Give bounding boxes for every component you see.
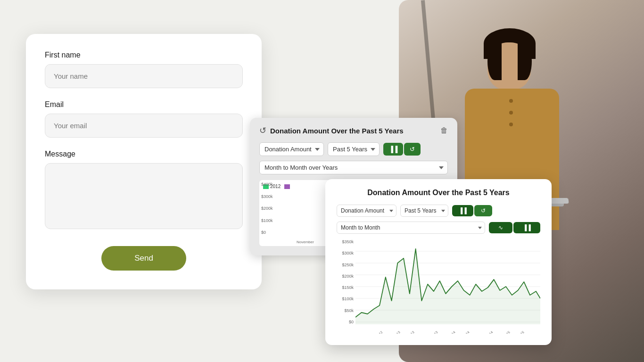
x-label-1: November 2012 bbox=[364, 330, 383, 334]
x-label-2: March 2013 bbox=[386, 330, 401, 334]
x-label-6: July 2014 bbox=[457, 330, 470, 334]
bar-mini-button[interactable]: ▐▐ bbox=[513, 222, 540, 233]
first-name-input[interactable] bbox=[45, 64, 243, 88]
email-input[interactable] bbox=[45, 114, 243, 138]
chart-refresh-icon[interactable]: ↺ bbox=[259, 125, 266, 136]
past-5-years-select-back[interactable]: Past 5 Years bbox=[328, 142, 380, 156]
past-5-years-select-front[interactable]: Past 5 Years bbox=[400, 205, 448, 217]
message-input[interactable] bbox=[45, 163, 243, 229]
refresh-icon-back: ↺ bbox=[410, 146, 415, 153]
send-button[interactable]: Send bbox=[101, 246, 186, 271]
line-chart-button[interactable]: ∿ bbox=[489, 222, 512, 233]
contact-form-card: First name Email Message Send bbox=[26, 34, 262, 289]
x-axis-labels-container: November 2012 March 2013 July 2013 Novem… bbox=[355, 324, 540, 334]
email-label: Email bbox=[45, 100, 243, 109]
chart-type-buttons: ∿ ▐▐ bbox=[489, 222, 540, 233]
first-name-field-group: First name bbox=[45, 51, 243, 99]
refresh-chart-button-front[interactable]: ↺ bbox=[474, 205, 492, 216]
chart-card-front: Donation Amount Over the Past 5 Years Do… bbox=[325, 179, 552, 345]
chart-back-controls-row1: Donation Amount Past 5 Years ▐▐ ↺ bbox=[259, 142, 448, 156]
y-axis-labels: $350k $300k $250k $200k $150k $100k $50k… bbox=[337, 239, 355, 324]
x-label-5: March 2014 bbox=[441, 330, 455, 334]
x-label-3: July 2013 bbox=[403, 330, 415, 334]
month-to-month-select-front[interactable]: Month to Month bbox=[337, 222, 485, 234]
email-field-group: Email bbox=[45, 100, 243, 148]
x-axis-labels: November 2012 March 2013 July 2013 Novem… bbox=[355, 324, 540, 334]
chart-front-title: Donation Amount Over the Past 5 Years bbox=[337, 189, 540, 197]
chart-back-title: Donation Amount Over the Past 5 Years bbox=[270, 127, 437, 135]
message-field-group: Message bbox=[45, 150, 243, 244]
x-label-10: November 2015 bbox=[529, 330, 540, 334]
month-over-years-select-back[interactable]: Month to Month over Years bbox=[259, 161, 448, 174]
chart-trash-icon[interactable]: 🗑 bbox=[440, 126, 448, 135]
x-label-4: November 2013 bbox=[419, 330, 438, 334]
x-label-9: July 2015 bbox=[512, 330, 525, 334]
svg-chart-container bbox=[355, 239, 540, 324]
refresh-chart-button-back[interactable]: ↺ bbox=[404, 143, 421, 156]
chart-front-view-buttons: ▐▐ ↺ bbox=[452, 205, 492, 216]
first-name-label: First name bbox=[45, 51, 243, 59]
donation-amount-select-back[interactable]: Donation Amount bbox=[259, 142, 324, 156]
bar-chart-icon-back: ▐▐ bbox=[389, 146, 397, 153]
donation-amount-select-front[interactable]: Donation Amount bbox=[337, 205, 396, 217]
chart-back-header: ↺ Donation Amount Over the Past 5 Years … bbox=[259, 125, 448, 136]
chart-back-view-buttons: ▐▐ ↺ bbox=[383, 143, 421, 156]
line-chart-svg bbox=[355, 239, 540, 324]
bar-chart-button-front[interactable]: ▐▐ bbox=[452, 205, 473, 216]
bar-chart-button-back[interactable]: ▐▐ bbox=[383, 143, 403, 156]
x-label-7: November 2014 bbox=[474, 330, 493, 334]
chart-front-controls-row2: Month to Month ∿ ▐▐ bbox=[337, 222, 540, 234]
mini-y-axis: $400k $300k $200k $100k $0 bbox=[261, 182, 273, 235]
chart-back-controls-row2: Month to Month over Years bbox=[259, 161, 448, 174]
line-chart-area: $350k $300k $250k $200k $150k $100k $50k… bbox=[337, 239, 540, 334]
chart-front-controls-row1: Donation Amount Past 5 Years ▐▐ ↺ bbox=[337, 205, 540, 217]
message-label: Message bbox=[45, 150, 243, 158]
x-label-8: March 2015 bbox=[496, 330, 511, 334]
